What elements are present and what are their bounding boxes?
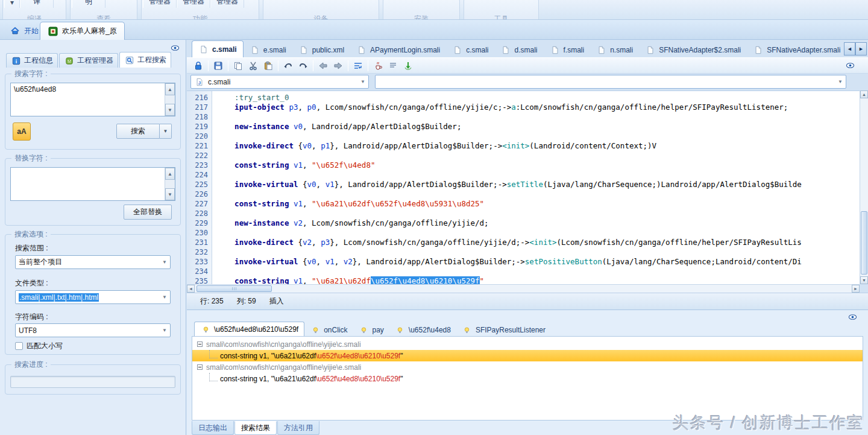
code-line[interactable] <box>216 228 860 238</box>
result-tab[interactable]: onClick <box>304 323 353 337</box>
copy-icon[interactable] <box>233 60 244 71</box>
horizontal-scroll-thumb[interactable] <box>197 285 272 292</box>
spinner-up-icon[interactable]: ▲ <box>165 168 175 180</box>
sidebar-tab[interactable]: 工程搜索 <box>119 52 171 68</box>
result-file-row[interactable]: smali\com\snowfish\cn\ganga\offline\yiji… <box>192 361 863 373</box>
tab-project[interactable]: 欢乐单人麻将_原 <box>40 22 125 40</box>
open-file-combo[interactable]: J c.smali ▼ <box>190 75 369 89</box>
file-tab[interactable]: f.smali <box>544 42 591 57</box>
search-button[interactable]: 搜索 <box>116 124 160 139</box>
result-tab[interactable]: pay <box>353 323 389 337</box>
file-tab[interactable]: APaymentLogin.smali <box>350 42 446 57</box>
eye-icon[interactable] <box>846 61 855 70</box>
ribbon-button[interactable]: 管理器 <box>143 0 177 8</box>
result-tab[interactable]: \u652f\u4ed8\u6210\u529f <box>194 322 304 337</box>
code-line[interactable]: const-string v1, "\u652f\u4ed8" <box>216 160 860 170</box>
file-tab[interactable]: c.smali <box>192 40 244 57</box>
result-file-row[interactable]: smali\com\snowfish\cn\ganga\offline\yiji… <box>192 338 863 350</box>
code-line[interactable] <box>216 151 860 160</box>
code-line[interactable] <box>216 209 860 218</box>
ribbon-button[interactable]: ▾ <box>4 0 20 8</box>
vertical-scrollbar[interactable]: ▲ ▼ <box>860 90 868 284</box>
eye-icon[interactable] <box>171 43 180 52</box>
ribbon-button[interactable]: 管理器 <box>177 0 210 8</box>
ribbon-button[interactable]: 明 <box>72 0 105 8</box>
forward-icon[interactable] <box>333 60 344 71</box>
spinner-up-icon[interactable]: ▲ <box>165 83 175 95</box>
redo-icon[interactable] <box>298 60 309 71</box>
sidebar-tab[interactable]: 工程管理器 <box>59 53 118 68</box>
scroll-up-icon[interactable]: ▲ <box>860 90 868 98</box>
file-tab[interactable]: d.smali <box>494 42 543 57</box>
wrap-lines-icon[interactable] <box>353 60 363 71</box>
file-tab[interactable]: e.smali <box>244 42 292 57</box>
code-line[interactable]: new-instance v2, Lcom/snowfish/cn/ganga/… <box>216 218 860 228</box>
scroll-left-icon[interactable]: ◄ <box>187 285 195 293</box>
code-line[interactable]: invoke-direct {v2, p3}, Lcom/snowfish/cn… <box>216 238 860 247</box>
horizontal-scrollbar[interactable]: ◄ ► <box>187 284 860 293</box>
align-lines-icon[interactable] <box>388 60 398 71</box>
result-match-row[interactable]: const-string v1, "\u6a21\u62df\u652f\u4e… <box>192 350 863 361</box>
encoding-select[interactable]: UTF8 ▼ <box>15 323 171 337</box>
scroll-right-icon[interactable]: ► <box>852 285 860 293</box>
panel-bottom-tab[interactable]: 搜索结果 <box>234 421 277 435</box>
refresh-icon[interactable] <box>403 60 414 71</box>
replace-all-button[interactable]: 全部替换 <box>124 205 172 220</box>
match-case-checkbox[interactable] <box>15 342 23 350</box>
code-line[interactable] <box>216 112 860 122</box>
code-line[interactable] <box>216 132 860 141</box>
vertical-scroll-thumb[interactable] <box>861 211 867 275</box>
goto-combo[interactable]: ▼ <box>375 75 846 89</box>
result-tab[interactable]: SFIPayResultListener <box>456 323 551 337</box>
ribbon-button[interactable]: 译 <box>20 0 54 8</box>
file-tab[interactable]: SFNativeAdapter$2.smali <box>639 42 747 57</box>
java-icon[interactable] <box>373 60 383 71</box>
scroll-down-icon[interactable]: ▼ <box>860 276 868 284</box>
ribbon-button[interactable]: 管理器 <box>210 0 244 8</box>
code-line[interactable]: const-string v1, "\u6a21\u62df\u652f\u4e… <box>216 276 860 284</box>
save-icon[interactable] <box>213 60 224 71</box>
tab-scroll-left-icon[interactable]: ◄ <box>844 42 855 56</box>
replace-chars-input[interactable]: ▲ ▼ <box>10 167 175 201</box>
back-icon[interactable] <box>318 60 329 71</box>
file-tab[interactable]: public.xml <box>292 42 350 57</box>
code-line[interactable]: const-string v1, "\u6a21\u62df\u652f\u4e… <box>216 199 860 209</box>
scope-select[interactable]: 当前整个项目 ▼ <box>15 255 171 269</box>
search-dropdown-button[interactable]: ▼ <box>160 124 172 139</box>
panel-bottom-tab[interactable]: 方法引用 <box>277 421 319 435</box>
result-match-row[interactable]: const-string v1, "\u6a21\u62df\u652f\u4e… <box>192 373 863 384</box>
match-case-toggle-button[interactable]: aA <box>13 122 31 141</box>
code-line[interactable] <box>216 247 860 257</box>
code-lines[interactable]: :try_start_0 iput-object p3, p0, Lcom/sn… <box>212 91 860 284</box>
code-editor[interactable]: 2162172182192202212222232242252262272282… <box>187 90 860 284</box>
lock-icon[interactable] <box>193 60 204 71</box>
expander-icon[interactable] <box>197 364 203 370</box>
cut-icon[interactable] <box>248 60 259 71</box>
eye-icon[interactable] <box>848 313 857 322</box>
code-line[interactable]: :try_start_0 <box>216 93 860 103</box>
undo-icon[interactable] <box>283 60 294 71</box>
expander-icon[interactable] <box>197 341 203 347</box>
tab-home[interactable]: 开始 <box>4 23 45 39</box>
code-line[interactable] <box>216 170 860 180</box>
file-tab[interactable]: SFNativeAdapter.smali <box>747 42 844 57</box>
sidebar-tab[interactable]: i工程信息 <box>6 53 58 68</box>
search-chars-input[interactable]: \u652f\u4ed8 ▲ ▼ <box>10 83 175 116</box>
code-line[interactable]: new-instance v0, Landroid/app/AlertDialo… <box>216 122 860 132</box>
filetype-select[interactable]: .smali|.xml|.txt|.htm|.html ▼ <box>15 290 171 304</box>
code-line[interactable]: invoke-virtual {v0, v1, v2}, Landroid/ap… <box>216 257 860 267</box>
code-line[interactable] <box>216 189 860 199</box>
code-line[interactable]: iput-object p3, p0, Lcom/snowfish/cn/gan… <box>216 103 860 112</box>
file-tab[interactable]: n.smali <box>590 42 639 57</box>
tab-scroll-right-icon[interactable]: ► <box>855 42 867 56</box>
paste-icon[interactable] <box>263 60 274 71</box>
result-tab[interactable]: \u652f\u4ed8 <box>389 323 456 337</box>
code-line[interactable]: invoke-direct {v0, p1}, Landroid/app/Ale… <box>216 141 860 151</box>
file-tab[interactable]: c.smali <box>446 42 494 57</box>
code-line[interactable]: invoke-virtual {v0, v1}, Landroid/app/Al… <box>216 180 860 189</box>
code-line[interactable] <box>216 267 860 276</box>
filetype-value: .smali|.xml|.txt|.htm|.html <box>19 293 99 302</box>
spinner-down-icon[interactable]: ▼ <box>165 188 175 200</box>
panel-bottom-tab[interactable]: 日志输出 <box>192 421 234 435</box>
spinner-down-icon[interactable]: ▼ <box>165 104 175 116</box>
